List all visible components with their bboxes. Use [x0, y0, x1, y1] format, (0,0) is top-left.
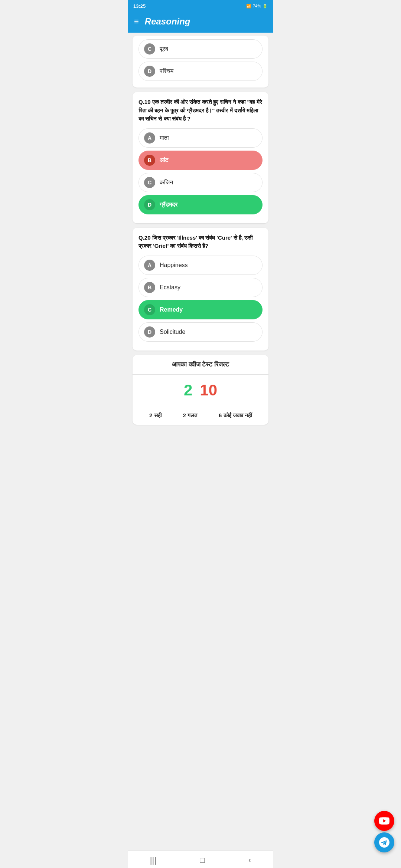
option-badge-b: B [144, 282, 155, 293]
battery-icon: 🔋 [263, 4, 268, 9]
result-header: आपका क्वीज टेस्ट रिजल्ट [133, 355, 268, 375]
app-bar: ≡ Reasoning [128, 12, 273, 33]
option-row-a[interactable]: AHappiness [138, 256, 263, 275]
battery-indicator: 74% [253, 4, 261, 8]
status-bar: 13:25 📶 74% 🔋 [128, 0, 273, 12]
prev-option-d[interactable]: D पश्चिम [138, 62, 263, 81]
option-text-d: पश्चिम [160, 68, 173, 75]
option-badge-a: A [144, 260, 155, 271]
score-correct: 2 [184, 381, 192, 399]
question-20-card: Q.20 जिस प्रकार 'Illness' का संबंध 'Cure… [133, 228, 268, 351]
option-row-c[interactable]: CRemedy [138, 300, 263, 319]
question-19-text: Q.19 एक तस्वीर की ओर संकेत करते हुए सचिन… [138, 98, 263, 123]
result-details: 2 सही 2 गलत 6 कोई जवाब नहीं [133, 406, 268, 425]
option-badge-c: C [144, 43, 155, 55]
option-text-a: Happiness [160, 262, 188, 269]
option-text-c: पूरब [160, 46, 168, 52]
option-text-d: ग्रैंडमदर [160, 201, 177, 208]
option-row-c[interactable]: Cकजिन [138, 173, 263, 192]
option-text-c: Remedy [160, 306, 183, 313]
option-badge-c: C [144, 304, 155, 315]
prev-option-c[interactable]: C पूरब [138, 39, 263, 59]
score-total: 10 [200, 381, 217, 399]
result-unanswered-count: 6 कोई जवाब नहीं [219, 412, 252, 419]
status-icons: 📶 74% 🔋 [246, 4, 268, 9]
status-time: 13:25 [133, 3, 146, 9]
option-badge-b: B [144, 155, 155, 166]
result-card: आपका क्वीज टेस्ट रिजल्ट 2 10 2 सही 2 गलत… [133, 355, 268, 425]
option-row-d[interactable]: Dग्रैंडमदर [138, 195, 263, 214]
result-scores: 2 10 [133, 375, 268, 406]
option-badge-c: C [144, 177, 155, 188]
result-wrong-count: 2 गलत [183, 412, 198, 419]
option-badge-d: D [144, 199, 155, 210]
option-text-d: Solicitude [160, 329, 185, 335]
option-text-c: कजिन [160, 179, 173, 186]
menu-icon[interactable]: ≡ [134, 17, 139, 26]
option-text-a: माता [160, 135, 169, 141]
question-20-text: Q.20 जिस प्रकार 'Illness' का संबंध 'Cure… [138, 234, 263, 250]
prev-question-partial: C पूरब D पश्चिम [133, 36, 268, 88]
option-row-a[interactable]: Aमाता [138, 128, 263, 148]
option-row-d[interactable]: DSolicitude [138, 322, 263, 342]
content-area: C पूरब D पश्चिम Q.19 एक तस्वीर की ओर संक… [128, 33, 273, 461]
signal-icon: 📶 [246, 4, 251, 9]
option-row-b[interactable]: Bआंट [138, 151, 263, 170]
option-row-b[interactable]: BEcstasy [138, 278, 263, 297]
option-badge-d: D [144, 326, 155, 338]
app-title: Reasoning [145, 16, 190, 27]
question-19-card: Q.19 एक तस्वीर की ओर संकेत करते हुए सचिन… [133, 92, 268, 223]
option-badge-d: D [144, 66, 155, 77]
option-badge-a: A [144, 132, 155, 144]
option-text-b: Ecstasy [160, 284, 180, 291]
option-text-b: आंट [160, 157, 168, 164]
result-correct-count: 2 सही [149, 412, 162, 419]
